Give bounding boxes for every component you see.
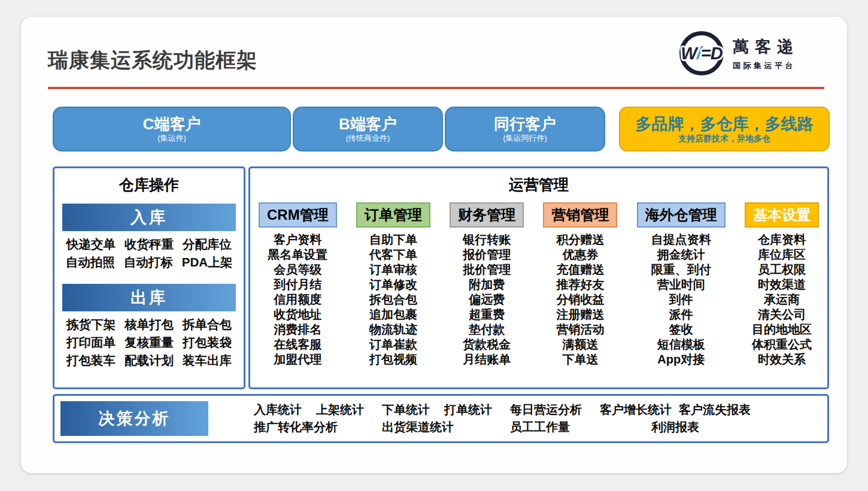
segment-b-customers: B端客户 (传统商业件)	[293, 107, 443, 151]
feature-item: 承运商	[752, 292, 812, 307]
feature-item: 偏远费	[463, 292, 511, 307]
inbound-row: 自动拍照 自动打标 PDA上架	[54, 253, 244, 271]
feature-item: 追加包裹	[369, 307, 417, 322]
brand-text: 萬客递 国际集运平台	[733, 36, 799, 71]
feature-item: 签收	[651, 322, 711, 337]
feature-item: 体积重公式	[752, 337, 812, 352]
ops-column-marketing: 营销管理 积分赠送 优惠券 充值赠送 推荐好友 分销收益 注册赠送 营销活动 满…	[543, 202, 617, 367]
highlight-subtitle: 支持店群技术，异地多仓	[678, 134, 770, 144]
feature-item: 复核重量	[125, 334, 174, 351]
feature-item: 自提点资料	[651, 232, 711, 247]
ops-column-header-orders: 订单管理	[356, 202, 430, 228]
feature-item: 注册赠送	[556, 307, 604, 322]
segment-subtitle: (集运件)	[157, 134, 186, 143]
wkd-logo-mark: W/=D	[681, 44, 722, 63]
ops-column-items: 自助下单 代客下单 订单审核 订单修改 拆包合包 追加包裹 物流轨迹 订单崔款 …	[369, 232, 417, 367]
decision-group: 下单统计 打单统计 出货渠道统计	[382, 401, 492, 436]
ops-column-items: 自提点资料 拥金统计 限重、到付 营业时间 到件 派件 签收 短信模板 App对…	[651, 232, 711, 367]
decision-group-row: 下单统计 打单统计	[382, 401, 492, 419]
feature-item: 分配库位	[183, 235, 232, 253]
feature-item: 营销活动	[556, 322, 604, 337]
feature-item: 短信模板	[651, 337, 711, 352]
feature-item: 打包视频	[369, 352, 417, 367]
feature-item: 黑名单设置	[268, 247, 327, 262]
feature-item: 库位库区	[752, 247, 812, 262]
inbound-section-bar: 入库	[62, 204, 236, 231]
feature-item: 会员等级	[268, 262, 327, 277]
feature-item: 报价管理	[463, 247, 511, 262]
segment-title: B端客户	[339, 115, 397, 134]
feature-item: 物流轨迹	[369, 322, 417, 337]
feature-item: 限重、到付	[651, 262, 711, 277]
ops-column-items: 积分赠送 优惠券 充值赠送 推荐好友 分销收益 注册赠送 营销活动 满额送 下单…	[556, 232, 604, 367]
ops-column-header-settings: 基本设置	[745, 202, 819, 228]
ops-column-items: 银行转账 报价管理 批价管理 附加费 偏远费 超重费 垫付款 货款税金 月结账单	[463, 232, 511, 367]
feature-item: 自动打标	[124, 253, 173, 271]
feature-item: 客户流失报表	[679, 401, 751, 419]
feature-item: 自助下单	[369, 232, 417, 247]
feature-item: 银行转账	[463, 232, 511, 247]
operations-panel-title: 运营管理	[250, 168, 827, 195]
ops-column-items: 仓库资料 库位库区 员工权限 时效渠道 承运商 清关公司 目的地地区 体积重公式…	[752, 232, 812, 367]
ops-column-crm: CRM管理 客户资料 黑名单设置 会员等级 到付月结 信用额度 收货地址 消费排…	[259, 202, 337, 367]
feature-item: 利润报表	[600, 419, 751, 436]
feature-item: 拆单合包	[183, 316, 232, 334]
segment-peer-customers: 同行客户 (集运同行件)	[445, 107, 605, 151]
feature-item: 拥金统计	[651, 247, 711, 262]
feature-item: 收货秤重	[125, 235, 174, 253]
decision-group-row: 入库统计 上架统计	[254, 401, 364, 419]
feature-item: App对接	[651, 352, 711, 367]
brand-name: 萬客递	[733, 36, 799, 57]
feature-item: 时效渠道	[752, 277, 812, 292]
feature-item: 分销收益	[556, 292, 604, 307]
segment-title: C端客户	[143, 115, 201, 134]
feature-item: 加盟代理	[268, 352, 327, 367]
customer-segments-row: C端客户 (集运件) B端客户 (传统商业件) 同行客户 (集运同行件) 多品牌…	[53, 107, 830, 151]
feature-item: 满额送	[556, 337, 604, 352]
feature-item: 出货渠道统计	[382, 419, 492, 436]
outbound-items: 拣货下架 核单打包 拆单合包 打印面单 复核重量 打包装袋 打包装车 配载计划 …	[54, 316, 244, 369]
feature-item: 批价管理	[463, 262, 511, 277]
feature-item: 充值赠送	[556, 262, 604, 277]
feature-item: 月结账单	[463, 352, 511, 367]
ops-column-items: 客户资料 黑名单设置 会员等级 到付月结 信用额度 收货地址 消费排名 在线客服…	[268, 232, 327, 367]
operations-columns: CRM管理 客户资料 黑名单设置 会员等级 到付月结 信用额度 收货地址 消费排…	[250, 195, 827, 367]
feature-item: 打包装袋	[183, 334, 232, 351]
feature-item: 自动拍照	[66, 253, 115, 271]
ops-column-overseas: 海外仓管理 自提点资料 拥金统计 限重、到付 营业时间 到件 派件 签收 短信模…	[637, 202, 726, 367]
feature-item: 到件	[651, 292, 711, 307]
inbound-items: 快递交单 收货秤重 分配库位 自动拍照 自动打标 PDA上架	[54, 235, 244, 271]
feature-item: 下单统计	[382, 401, 430, 419]
decision-group: 每日营运分析 员工工作量	[510, 401, 582, 436]
feature-item: 拆包合包	[369, 292, 417, 307]
feature-item: 派件	[651, 307, 711, 322]
ops-column-header-marketing: 营销管理	[543, 202, 617, 228]
segment-c-customers: C端客户 (集运件)	[53, 107, 291, 151]
feature-item: 优惠券	[556, 247, 604, 262]
ops-column-header-finance: 财务管理	[450, 202, 524, 228]
ops-column-finance: 财务管理 银行转账 报价管理 批价管理 附加费 偏远费 超重费 垫付款 货款税金…	[450, 202, 524, 367]
feature-item: 装车出库	[183, 351, 232, 369]
decision-analysis-panel: 决策分析 入库统计 上架统计 推广转化率分析 下单统计 打单统计 出货渠道统计 …	[53, 394, 829, 443]
brand-subtitle: 国际集运平台	[733, 60, 799, 71]
inbound-row: 快递交单 收货秤重 分配库位	[54, 235, 244, 253]
operations-management-panel: 运营管理 CRM管理 客户资料 黑名单设置 会员等级 到付月结 信用额度 收货地…	[248, 166, 829, 389]
feature-item: 快递交单	[66, 235, 116, 253]
feature-item: 积分赠送	[556, 232, 604, 247]
feature-item: 垫付款	[463, 322, 511, 337]
feature-item: 超重费	[463, 307, 511, 322]
feature-item: 推荐好友	[556, 277, 604, 292]
feature-item: 订单崔款	[369, 337, 417, 352]
ops-column-orders: 订单管理 自助下单 代客下单 订单审核 订单修改 拆包合包 追加包裹 物流轨迹 …	[356, 202, 430, 367]
feature-item: 客户资料	[268, 232, 327, 247]
feature-item: 客户增长统计	[600, 401, 672, 419]
segment-title: 同行客户	[494, 115, 556, 134]
decision-group: 入库统计 上架统计 推广转化率分析	[254, 401, 364, 436]
feature-item: 仓库资料	[752, 232, 812, 247]
slide-card: 瑞康集运系统功能框架 W/=D 萬客递 国际集运平台 C端客户 (集运件) B端…	[21, 17, 847, 473]
decision-groups: 入库统计 上架统计 推广转化率分析 下单统计 打单统计 出货渠道统计 每日营运分…	[254, 401, 751, 436]
logo-letter-w: W	[681, 44, 696, 63]
feature-item: 配载计划	[125, 351, 174, 369]
wkd-logo-icon: W/=D	[679, 31, 724, 75]
feature-item: 到付月结	[268, 277, 327, 292]
